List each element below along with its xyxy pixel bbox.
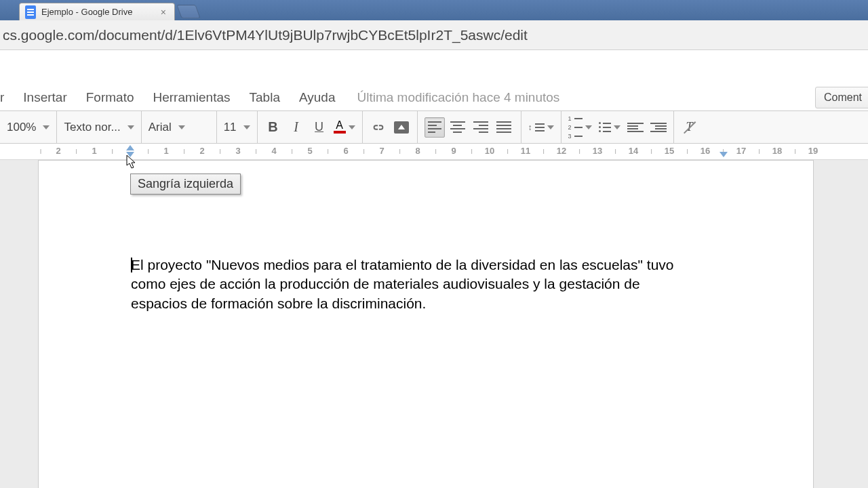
ruler-tick: 5 [307, 146, 312, 156]
style-group: Texto nor... [57, 111, 141, 143]
menu-herramientas[interactable]: Herramientas [144, 86, 240, 109]
bulleted-list-icon [599, 122, 611, 132]
menu-item-cut[interactable]: r [0, 86, 14, 109]
ruler-minor-tick: ı [758, 146, 761, 156]
ruler-minor-tick: ı [542, 146, 545, 156]
comment-button[interactable]: Coment [815, 87, 868, 108]
paragraph-text[interactable]: El proyecto "Nuevos medios para el trata… [131, 256, 695, 313]
menu-insertar[interactable]: Insertar [14, 86, 76, 109]
ruler-minor-tick: ı [183, 146, 186, 156]
ruler-minor-tick: ı [255, 146, 258, 156]
document-canvas: El proyecto "Nuevos medios para el trata… [0, 160, 868, 488]
list-group: 1 2 3 [561, 111, 674, 143]
font-size-dropdown[interactable]: 11 [224, 121, 250, 134]
chevron-down-icon [178, 125, 185, 129]
ruler-minor-tick: ı [435, 146, 437, 156]
ruler-tick: 1 [163, 146, 168, 156]
ruler-tick: 19 [808, 146, 818, 156]
ruler-minor-tick: ı [39, 146, 42, 156]
insert-image-button[interactable] [393, 119, 410, 136]
ruler-minor-tick: ı [75, 146, 78, 156]
ruler-tick: 3 [235, 146, 240, 156]
ruler-minor-tick: ı [686, 146, 689, 156]
align-right-button[interactable] [471, 117, 491, 138]
chevron-down-icon [614, 125, 620, 129]
menu-tabla[interactable]: Tabla [240, 86, 290, 109]
indent-tooltip: Sangría izquierda [130, 174, 241, 195]
text-format-group: B I U A [258, 111, 363, 143]
ruler-minor-tick: ı [291, 146, 294, 156]
ruler-tick: 12 [557, 146, 566, 156]
link-icon [371, 123, 386, 132]
insert-link-button[interactable] [370, 119, 387, 136]
docs-favicon [25, 5, 36, 19]
numbered-list-button[interactable]: 1 2 3 [568, 115, 592, 140]
font-dropdown[interactable]: Arial [149, 121, 210, 134]
mouse-cursor-icon [126, 155, 137, 169]
ruler-tick: 8 [415, 146, 420, 156]
line-spacing-button[interactable]: ↕ [528, 123, 554, 132]
close-icon[interactable]: × [159, 7, 167, 18]
menu-formato[interactable]: Formato [77, 86, 144, 109]
ruler-minor-tick: ı [578, 146, 581, 156]
ruler-minor-tick: ı [219, 146, 222, 156]
new-tab-button[interactable] [176, 5, 200, 18]
menu-bar: r Insertar Formato Herramientas Tabla Ay… [0, 84, 868, 111]
ruler-tick: 13 [593, 146, 602, 156]
ruler-tick: 10 [485, 146, 494, 156]
bold-button[interactable]: B [264, 119, 282, 136]
app-header-area [0, 50, 868, 84]
ruler-minor-tick: ı [363, 146, 366, 156]
page[interactable]: El proyecto "Nuevos medios para el trata… [38, 160, 814, 488]
linespacing-group: ↕ [521, 111, 561, 143]
chevron-down-icon [547, 125, 554, 129]
italic-button[interactable]: I [288, 119, 305, 136]
chevron-down-icon [43, 125, 50, 129]
ruler-tick: 6 [343, 146, 348, 156]
ruler-tick: 15 [665, 146, 674, 156]
ruler-minor-tick: ı [507, 146, 509, 156]
image-icon [394, 121, 409, 134]
paragraph-style-dropdown[interactable]: Texto nor... [64, 121, 134, 134]
first-line-indent-marker[interactable] [126, 145, 134, 150]
clear-formatting-button[interactable]: T [681, 119, 698, 136]
ruler-minor-tick: ı [399, 146, 401, 156]
decrease-indent-button[interactable] [627, 123, 644, 132]
ruler-minor-tick: ı [794, 146, 797, 156]
ruler-tick: 2 [199, 146, 204, 156]
ruler-minor-tick: ı [327, 146, 330, 156]
tab-title: Ejemplo - Google Drive [41, 7, 154, 17]
text-color-button[interactable]: A [334, 121, 355, 134]
font-group: Arial [142, 111, 217, 143]
address-bar[interactable]: cs.google.com/document/d/1Elv6VtPM4YlUt9… [0, 20, 868, 50]
size-value: 11 [224, 121, 237, 134]
ruler-tick: 2 [56, 146, 60, 156]
zoom-dropdown[interactable]: 100% [7, 121, 50, 134]
ruler-minor-tick: ı [471, 146, 473, 156]
ruler-tick: 4 [271, 146, 276, 156]
clear-format-group: T [674, 111, 705, 143]
updown-arrow-icon: ↕ [528, 123, 532, 132]
ruler-minor-tick: ı [147, 146, 150, 156]
align-justify-button[interactable] [494, 117, 514, 138]
ruler-tick: 16 [701, 146, 710, 156]
text-color-letter: A [336, 121, 343, 130]
numbered-list-icon: 1 2 3 [568, 115, 583, 140]
right-indent-marker[interactable] [719, 152, 728, 157]
font-value: Arial [149, 121, 172, 134]
browser-tab-strip: Ejemplo - Google Drive × [0, 0, 868, 20]
zoom-group: 100% [0, 111, 57, 143]
align-center-button[interactable] [448, 117, 468, 138]
browser-tab[interactable]: Ejemplo - Google Drive × [19, 3, 175, 20]
align-left-button[interactable] [425, 117, 445, 138]
ruler-minor-tick: ı [650, 146, 653, 156]
increase-indent-button[interactable] [650, 123, 667, 132]
chevron-down-icon [349, 125, 355, 129]
zoom-value: 100% [7, 121, 36, 134]
align-group [418, 111, 521, 143]
ruler-tick: 14 [629, 146, 638, 156]
bulleted-list-button[interactable] [599, 122, 620, 132]
menu-ayuda[interactable]: Ayuda [290, 86, 345, 109]
toolbar: 100% Texto nor... Arial 11 B I U A [0, 111, 868, 144]
underline-button[interactable]: U [311, 119, 328, 136]
